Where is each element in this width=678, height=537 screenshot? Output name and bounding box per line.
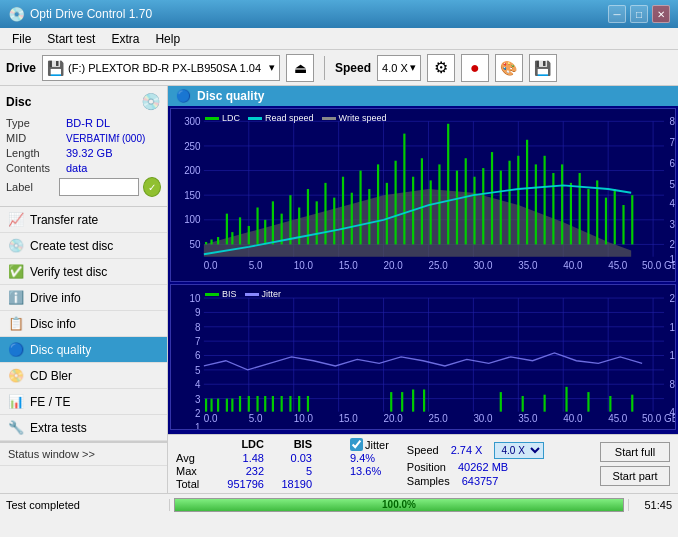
disc-type-key: Type: [6, 117, 66, 129]
svg-text:30.0: 30.0: [473, 412, 492, 425]
chart1-svg: 300 250 200 150 100 50 8X 7X 6X 5X 4X 3X…: [171, 109, 675, 281]
samples-row: Samples 643757: [407, 475, 545, 487]
quality-icon: 🔵: [176, 89, 191, 103]
legend-bis-color: [205, 293, 219, 296]
svg-rect-78: [500, 171, 502, 245]
max-bis-val: 5: [276, 465, 312, 477]
svg-rect-65: [386, 183, 388, 245]
nav-item-fe-te[interactable]: 📊FE / TE: [0, 389, 167, 415]
content-area: 🔵 Disc quality LDC Read speed: [168, 86, 678, 493]
speed-stat-select[interactable]: 4.0 X: [494, 442, 544, 459]
svg-rect-89: [596, 180, 598, 244]
quality-header: 🔵 Disc quality: [168, 86, 678, 106]
start-part-button[interactable]: Start part: [600, 466, 670, 486]
nav-item-create-test-disc[interactable]: 💿Create test disc: [0, 233, 167, 259]
speed-row: Speed 2.74 X 4.0 X: [407, 442, 545, 459]
nav-icon-drive-info: ℹ️: [8, 290, 24, 305]
samples-label: Samples: [407, 475, 450, 487]
status-window-button[interactable]: Status window >>: [0, 441, 167, 466]
max-jitter-val: 13.6%: [350, 465, 381, 477]
menu-help[interactable]: Help: [147, 30, 188, 48]
svg-rect-144: [239, 396, 241, 412]
legend-bis: BIS: [205, 289, 237, 299]
position-val: 40262 MB: [458, 461, 508, 473]
svg-text:7: 7: [195, 335, 200, 348]
position-row: Position 40262 MB: [407, 461, 545, 473]
nav-item-extra-tests[interactable]: 🔧Extra tests: [0, 415, 167, 441]
menu-file[interactable]: File: [4, 30, 39, 48]
jitter-checkbox[interactable]: [350, 438, 363, 451]
save-button[interactable]: 💾: [529, 54, 557, 82]
nav-label-verify-test-disc: Verify test disc: [30, 265, 107, 279]
disc-section: Disc 💿 Type BD-R DL MID VERBATIMf (000) …: [0, 86, 167, 207]
disc-label-input[interactable]: [59, 178, 139, 196]
svg-text:25.0: 25.0: [428, 260, 447, 272]
svg-rect-92: [622, 205, 624, 244]
svg-text:6: 6: [195, 349, 200, 362]
svg-text:5.0: 5.0: [249, 260, 263, 272]
svg-rect-139: [205, 399, 207, 412]
nav-item-transfer-rate[interactable]: 📈Transfer rate: [0, 207, 167, 233]
disc-contents-val: data: [66, 162, 161, 174]
svg-rect-74: [465, 158, 467, 244]
svg-rect-161: [587, 392, 589, 412]
speed-value: 4.0 X: [382, 62, 408, 74]
disc-label-key: Label: [6, 181, 59, 193]
svg-rect-67: [403, 134, 405, 245]
speed-selector[interactable]: 4.0 X ▾: [377, 55, 421, 81]
drive-selector[interactable]: 💾 (F:) PLEXTOR BD-R PX-LB950SA 1.04 ▾: [42, 55, 280, 81]
menu-extra[interactable]: Extra: [103, 30, 147, 48]
nav-label-fe-te: FE / TE: [30, 395, 70, 409]
svg-rect-155: [412, 390, 414, 412]
svg-rect-140: [210, 399, 212, 412]
speed-dropdown-arrow[interactable]: ▾: [410, 61, 416, 74]
start-full-button[interactable]: Start full: [600, 442, 670, 462]
palette-button[interactable]: 🎨: [495, 54, 523, 82]
minimize-button[interactable]: ─: [608, 5, 626, 23]
svg-rect-149: [281, 396, 283, 412]
avg-jitter-val: 9.4%: [350, 452, 375, 464]
stats-bar: LDC BIS Jitter Avg 1.48 0.03 9.4% M: [168, 434, 678, 493]
svg-text:8X: 8X: [670, 115, 675, 127]
drive-dropdown-arrow[interactable]: ▾: [269, 61, 275, 74]
svg-rect-52: [272, 201, 274, 244]
samples-val: 643757: [462, 475, 499, 487]
progress-pct: 100.0%: [382, 499, 416, 510]
svg-text:1: 1: [195, 421, 200, 429]
status-text: Test completed: [0, 499, 170, 511]
record-button[interactable]: ●: [461, 54, 489, 82]
svg-text:8%: 8%: [670, 378, 675, 391]
nav-item-disc-info[interactable]: 📋Disc info: [0, 311, 167, 337]
svg-text:45.0: 45.0: [608, 412, 627, 425]
svg-rect-73: [456, 171, 458, 245]
disc-label-confirm-button[interactable]: ✓: [143, 177, 161, 197]
svg-text:25.0: 25.0: [428, 412, 447, 425]
menu-start-test[interactable]: Start test: [39, 30, 103, 48]
jitter-label: Jitter: [365, 439, 389, 451]
nav-item-drive-info[interactable]: ℹ️Drive info: [0, 285, 167, 311]
svg-text:35.0: 35.0: [518, 412, 537, 425]
svg-rect-88: [587, 189, 589, 244]
nav-icon-disc-info: 📋: [8, 316, 24, 331]
maximize-button[interactable]: □: [630, 5, 648, 23]
svg-text:20.0: 20.0: [384, 412, 403, 425]
settings-button[interactable]: ⚙: [427, 54, 455, 82]
nav-label-transfer-rate: Transfer rate: [30, 213, 98, 227]
app-title: Opti Drive Control 1.70: [30, 7, 608, 21]
nav-item-cd-bler[interactable]: 📀CD Bler: [0, 363, 167, 389]
svg-rect-82: [535, 164, 537, 244]
svg-text:250: 250: [184, 140, 201, 152]
disc-header: Disc 💿: [6, 92, 161, 111]
legend-read-color: [248, 117, 262, 120]
disc-section-label: Disc: [6, 95, 31, 109]
svg-rect-70: [430, 180, 432, 244]
nav-item-verify-test-disc[interactable]: ✅Verify test disc: [0, 259, 167, 285]
legend-write-label: Write speed: [339, 113, 387, 123]
speed-stat-val: 2.74 X: [451, 444, 483, 456]
svg-rect-76: [482, 168, 484, 244]
disc-eject-button[interactable]: ⏏: [286, 54, 314, 82]
legend-bis-label: BIS: [222, 289, 237, 299]
nav-item-disc-quality[interactable]: 🔵Disc quality: [0, 337, 167, 363]
svg-rect-62: [359, 171, 361, 245]
close-button[interactable]: ✕: [652, 5, 670, 23]
